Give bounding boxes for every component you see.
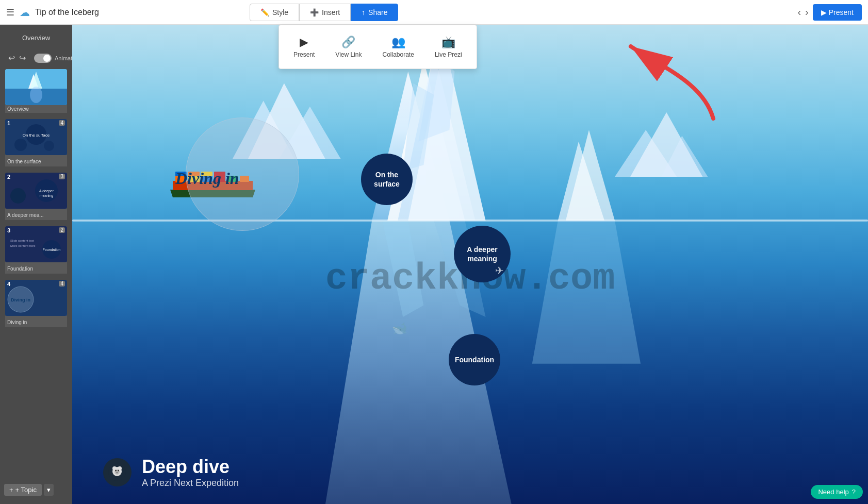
next-arrow[interactable]: › xyxy=(805,6,809,18)
live-prezi-icon: 📺 xyxy=(441,36,455,49)
topbar: ☰ ☁ Tip of the Iceberg ✏️ Style ➕ Insert… xyxy=(0,0,868,25)
present-dropdown-icon: ▶ xyxy=(300,36,308,49)
slide-4-badge: 4 xyxy=(59,281,65,287)
airplane-icon: ✈ xyxy=(495,264,504,277)
insert-tab[interactable]: ➕ Insert xyxy=(299,4,351,21)
sidebar-bottom: + + Topic ▾ xyxy=(0,480,72,500)
svg-text:meaning: meaning xyxy=(40,194,54,198)
on-surface-bubble[interactable]: On the surface xyxy=(361,154,413,205)
view-link-option[interactable]: 🔗 View Link xyxy=(325,31,372,62)
diving-in-text: Diving in xyxy=(175,169,239,188)
style-tab[interactable]: ✏️ Style xyxy=(250,4,299,21)
share-dropdown: ▶ Present 🔗 View Link 👥 Collaborate 📺 Li… xyxy=(279,25,477,69)
share-icon: ↑ xyxy=(362,8,365,16)
slide-thumb-1: On the surface xyxy=(5,119,67,155)
slide-thumb-4: Diving in xyxy=(5,280,67,316)
svg-rect-44 xyxy=(72,220,868,222)
canvas-area: Diving in crackknow.com On the surface A… xyxy=(72,25,868,504)
slide-4-number: 4 xyxy=(7,281,10,287)
svg-text:On the surface: On the surface xyxy=(23,133,50,138)
sidebar: Overview ↩ ↪ Animations xyxy=(0,25,72,504)
svg-point-15 xyxy=(10,188,26,204)
need-help-button[interactable]: Need help ? xyxy=(811,485,863,499)
overview-label: Overview xyxy=(4,31,68,45)
animations-label: Animations xyxy=(55,55,72,61)
slide-overview[interactable]: Overview xyxy=(5,69,67,113)
svg-text:Diving in: Diving in xyxy=(11,297,30,303)
link-icon: 🔗 xyxy=(341,36,355,49)
cloud-icon: ☁ xyxy=(20,6,30,19)
slide-3-number: 3 xyxy=(7,227,10,233)
present-option[interactable]: ▶ Present xyxy=(283,31,325,62)
slide-3-badge: 2 xyxy=(59,227,65,233)
slide-1-badge: 4 xyxy=(59,120,65,126)
style-icon: ✏️ xyxy=(260,8,269,16)
view-link-label: View Link xyxy=(335,51,362,58)
svg-point-5 xyxy=(30,87,42,103)
animations-toggle[interactable]: Animations xyxy=(30,52,72,65)
present-play-icon: ▶ xyxy=(821,8,827,16)
slide-thumb-overview xyxy=(5,69,67,105)
slide-3[interactable]: 3 2 Slide content text More content here… xyxy=(5,226,67,274)
slide-title-area: Deep dive A Prezi Next Expedition xyxy=(103,456,239,489)
insert-icon: ➕ xyxy=(310,8,319,16)
toolbar-tabs: ✏️ Style ➕ Insert ↑ Share xyxy=(250,4,399,21)
topic-chevron-button[interactable]: ▾ xyxy=(44,484,54,496)
slide-4[interactable]: 4 4 Diving in Diving in xyxy=(5,280,67,327)
toggle-switch[interactable] xyxy=(34,54,52,63)
live-prezi-label: Live Prezi xyxy=(435,51,462,58)
plus-icon: + xyxy=(9,486,13,494)
present-button[interactable]: ▶ Present xyxy=(813,4,862,21)
svg-text:A deeper: A deeper xyxy=(39,189,54,193)
bear-logo xyxy=(103,458,132,486)
svg-point-63 xyxy=(118,470,119,472)
svg-point-9 xyxy=(14,139,27,151)
svg-point-10 xyxy=(44,141,54,151)
slide-thumb-2: A deeper meaning xyxy=(5,173,67,209)
main-content: Overview ↩ ↪ Animations xyxy=(0,25,868,504)
menu-icon[interactable]: ☰ xyxy=(6,7,14,18)
slide-2-number: 2 xyxy=(7,174,10,180)
collaborate-icon: 👥 xyxy=(391,36,405,49)
topbar-right: ‹ › ▶ Present xyxy=(797,4,862,21)
live-prezi-option[interactable]: 📺 Live Prezi xyxy=(424,31,472,62)
undo-redo-controls: ↩ ↪ xyxy=(4,51,30,65)
svg-text:Slide content text: Slide content text xyxy=(10,239,34,242)
question-mark-icon: ? xyxy=(852,488,856,496)
collaborate-option[interactable]: 👥 Collaborate xyxy=(372,31,424,62)
app-title: Tip of the Iceberg xyxy=(35,8,99,17)
undo-button[interactable]: ↩ xyxy=(8,53,15,63)
svg-text:Foundation: Foundation xyxy=(42,248,60,251)
prev-arrow[interactable]: ‹ xyxy=(797,6,801,18)
topbar-left: ☰ ☁ Tip of the Iceberg xyxy=(6,6,99,19)
svg-text:More content here: More content here xyxy=(10,244,36,247)
slide-thumb-3: Slide content text More content here Fou… xyxy=(5,226,67,262)
slide-1[interactable]: 1 4 On the surface On the surface xyxy=(5,119,67,166)
slide-title-text: Deep dive A Prezi Next Expedition xyxy=(142,456,239,489)
svg-point-64 xyxy=(116,472,118,474)
slide-1-number: 1 xyxy=(7,120,10,126)
slide-2-badge: 3 xyxy=(59,174,65,179)
redo-button[interactable]: ↪ xyxy=(19,53,26,63)
foundation-bubble[interactable]: Foundation xyxy=(449,334,500,385)
svg-point-62 xyxy=(115,470,117,472)
collaborate-label: Collaborate xyxy=(383,51,414,58)
sidebar-header-area: Overview xyxy=(0,29,72,49)
slide-label-overview: Overview xyxy=(5,105,67,113)
add-topic-button[interactable]: + + Topic xyxy=(4,484,42,496)
slide-2[interactable]: 2 3 A deeper meaning A deeper mea... xyxy=(5,173,67,220)
canvas-background[interactable]: Diving in crackknow.com On the surface A… xyxy=(72,25,868,504)
present-dropdown-label: Present xyxy=(293,51,315,58)
toggle-knob xyxy=(43,55,51,62)
share-tab[interactable]: ↑ Share xyxy=(351,4,398,21)
whale-icon: 🐋 xyxy=(392,321,407,335)
